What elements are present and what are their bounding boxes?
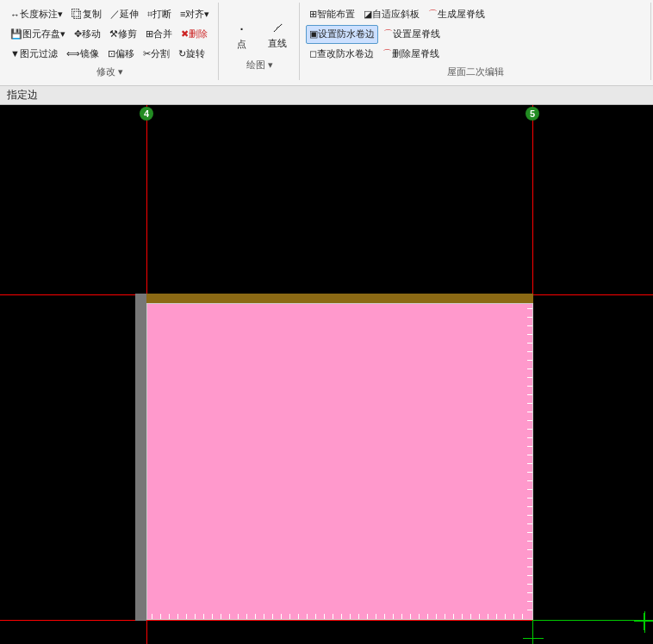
btn-smart-layout[interactable]: ⊞ 智能布置 [306, 5, 358, 24]
btn-filter[interactable]: ▼图元过滤 [7, 45, 61, 64]
set-waterproof-icon: ▣ [309, 28, 318, 40]
toolbar: ↔ 长度标注▾ ⿻ 复制 ／延伸 ⌗打断 ≡对齐▾ [0, 0, 653, 86]
btn-point[interactable]: · 点 [225, 12, 258, 57]
btn-store[interactable]: 💾 图元存盘▾ [7, 25, 69, 44]
green-cross-right [634, 613, 653, 630]
statusbar: 指定边 [0, 86, 653, 105]
btn-delete[interactable]: ✖删除 [177, 25, 211, 44]
adapt-slope-icon: ◪ [364, 9, 372, 20]
btn-line[interactable]: ⟋ 直线 [261, 12, 294, 57]
group-roof-edit: ⊞ 智能布置 ◪ 自适应斜板 ⌒ 生成屋脊线 ▣ [301, 3, 651, 80]
btn-move[interactable]: ✥移动 [71, 25, 104, 44]
del-ridge-icon: ⌒ [382, 47, 392, 60]
set-ridge-icon: ⌒ [383, 28, 393, 40]
tick-bottom-container [147, 614, 532, 619]
roof-pink-area [146, 303, 533, 620]
delete-icon: ✖删除 [181, 28, 208, 40]
offset-icon: ⊡偏移 [108, 47, 134, 60]
btn-split[interactable]: ✂分割 [140, 45, 173, 64]
group-roof-edit-label: 屋面二次编辑 [447, 65, 504, 78]
btn-trim[interactable]: ⌗打断 [144, 5, 175, 24]
repair-icon: ⚒修剪 [109, 28, 137, 40]
btn-set-waterproof[interactable]: ▣ 设置防水卷边 [306, 25, 378, 44]
wall-left [135, 294, 146, 621]
btn-align[interactable]: ≡对齐▾ [177, 5, 213, 24]
btn-gen-ridge[interactable]: ⌒ 生成屋脊线 [425, 5, 488, 24]
split-icon: ✂分割 [143, 47, 170, 60]
point-icon: · [239, 18, 245, 38]
btn-merge[interactable]: ⊞合并 [142, 25, 176, 44]
merge-icon: ⊞合并 [146, 28, 172, 40]
length-mark-icon: ↔ [10, 9, 20, 20]
status-text: 指定边 [7, 88, 38, 102]
group-draw: · 点 ⟋ 直线 绘图 ▾ [220, 3, 300, 80]
gen-ridge-icon: ⌒ [428, 8, 438, 21]
btn-rotate[interactable]: ↻旋转 [175, 45, 208, 64]
view-waterproof-icon: ◻ [309, 48, 317, 59]
store-icon: 💾 [10, 28, 22, 40]
extend-icon: ／延伸 [110, 8, 139, 21]
col4-marker: 4 [140, 107, 153, 121]
roof-brown-strip [146, 294, 533, 303]
trim-icon: ⌗打断 [147, 8, 171, 21]
btn-view-waterproof[interactable]: ◻ 查改防水卷边 [306, 45, 377, 64]
tick-right-container [527, 304, 532, 619]
rotate-icon: ↻旋转 [178, 47, 205, 60]
group-modify-label: 修改 ▾ [96, 65, 123, 78]
btn-repair[interactable]: ⚒修剪 [106, 25, 140, 44]
move-icon: ✥移动 [74, 28, 101, 40]
align-icon: ≡对齐▾ [180, 8, 209, 21]
btn-extend[interactable]: ／延伸 [107, 5, 142, 24]
btn-adapt-slope[interactable]: ◪ 自适应斜板 [360, 5, 423, 24]
group-modify: ↔ 长度标注▾ ⿻ 复制 ／延伸 ⌗打断 ≡对齐▾ [2, 3, 219, 80]
green-cross-bottom [523, 630, 544, 644]
col5-marker: 5 [526, 107, 539, 121]
canvas-area[interactable]: 4 5 [0, 105, 653, 644]
btn-del-ridge[interactable]: ⌒ 删除屋脊线 [379, 45, 443, 64]
btn-mirror[interactable]: ⟺镜像 [63, 45, 103, 64]
btn-offset[interactable]: ⊡偏移 [104, 45, 138, 64]
btn-set-ridge[interactable]: ⌒ 设置屋脊线 [380, 25, 444, 44]
btn-copy[interactable]: ⿻ 复制 [68, 5, 105, 24]
copy-icon: ⿻ [72, 8, 83, 21]
line-icon: ⟋ [270, 19, 285, 37]
smart-layout-icon: ⊞ [309, 9, 317, 20]
group-draw-label: 绘图 ▾ [246, 59, 273, 71]
mirror-icon: ⟺镜像 [66, 47, 99, 60]
btn-length-mark[interactable]: ↔ 长度标注▾ [7, 5, 66, 24]
filter-icon: ▼图元过滤 [10, 47, 58, 60]
